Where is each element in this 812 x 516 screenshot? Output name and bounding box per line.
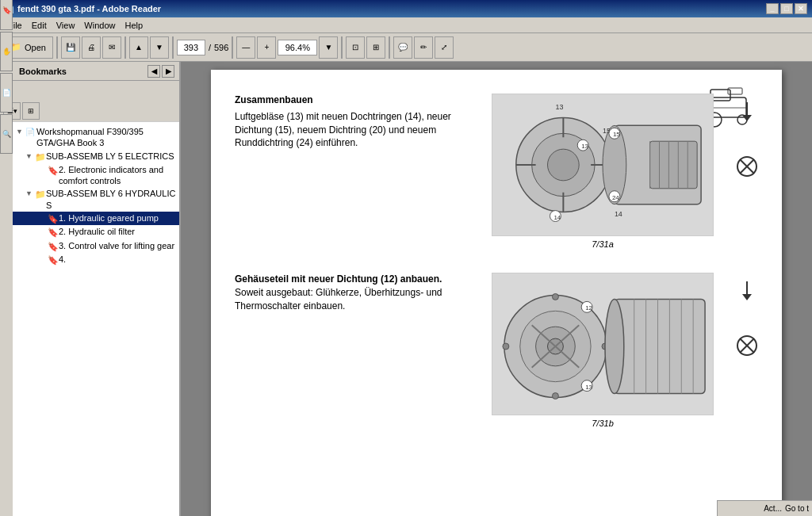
page-icon-2elec: 🔖 [48,165,59,176]
svg-text:15: 15 [613,131,620,138]
maximize-button[interactable]: □ [780,3,793,14]
svg-text:14: 14 [553,214,561,221]
tree-label-1hydr: 1. Hydraulic geared pump [59,212,176,224]
toolbar: 📁 Open 💾 🖨 ✉ ▲ ▼ / 596 — + ▼ ⊡ ⊞ 💬 ✏ ⤢ [0,33,812,62]
bookmark-toolbar: ☰▾ ⊞ [0,100,179,122]
tree-item-sub5[interactable]: ▼ 📁 SUB-ASSEMB LY 5 ELECTRICS [13,150,179,163]
comment-button[interactable]: 💬 [393,36,412,59]
fit-width-button[interactable]: ⊞ [366,36,385,59]
bookmark-expand-all[interactable]: ⊞ [22,102,40,120]
tree-item-4[interactable]: 🔖 4. [13,253,179,266]
svg-text:24: 24 [612,194,619,201]
svg-point-45 [503,343,509,350]
side-tool-hand[interactable]: ✋ [0,32,13,71]
cross-circle-icon-2 [736,334,758,357]
side-tool-pages[interactable]: 📄 [0,73,13,113]
caption-1: 7/31a [592,239,614,249]
doc-icon-root: 📄 [25,127,36,137]
tree-item-root[interactable]: ▼ 📄 Workshopmanual F390/395 GTA/GHA Book… [13,125,179,150]
down-arrow-icon-2 [736,281,758,303]
title-bar: 📄 fendt 390 gta 3.pdf - Adobe Reader _ □… [0,0,812,17]
image-block-2: 12 13 7/31b [492,273,714,428]
text-block-1: Zusammenbauen Luftgebläse (13) mit neuen… [235,94,476,150]
tree-label-2elec: 2. Electronic indicators and comfort con… [59,164,176,187]
back-button[interactable]: ▲ [129,36,148,59]
main-area: 🔖 ✋ 📄 🔍 Bookmarks ◀ ▶ ☰▾ ⊞ ▼ 📄 Workshopm… [0,62,812,516]
tree-item-2hydr[interactable]: 🔖 2. Hydraulic oil filter [13,225,179,239]
open-label: Open [25,43,46,52]
close-button[interactable]: ✕ [795,3,807,14]
page-icon-4: 🔖 [48,254,59,266]
svg-text:14: 14 [615,210,622,218]
tree-item-1hydr[interactable]: 🔖 1. Hydraulic geared pump [13,212,179,225]
collapse-panel-button[interactable]: ◀ [147,65,160,78]
image-block-1: 13 15 14 13 15 14 2 [492,94,714,249]
panel-title: Bookmarks [19,67,67,76]
page-content: Zusammenbauen Luftgebläse (13) mit neuen… [235,94,758,428]
menu-edit[interactable]: Edit [27,19,52,32]
toggle-sub6[interactable]: ▼ [25,189,35,199]
side-tool-search[interactable]: 🔍 [0,114,13,154]
toggle-root[interactable]: ▼ [16,128,25,137]
section2-body: Gehäuseteil mit neuer Dichtung (12) anba… [235,273,476,312]
page-icon-3ctrl: 🔖 [48,241,59,252]
sep5 [341,36,343,59]
email-button[interactable]: ✉ [102,36,121,59]
tree-item-3ctrl[interactable]: 🔖 3. Control valve for lifting gear [13,239,179,253]
sep4 [232,36,233,59]
menu-help[interactable]: Help [120,19,147,32]
svg-text:12: 12 [585,304,592,312]
svg-rect-16 [650,141,698,189]
diagram-7-31b: 12 13 [492,273,714,415]
page-separator: / [207,43,213,52]
side-tool-bookmark[interactable]: 🔖 [0,0,13,30]
page-number-input[interactable] [177,40,205,55]
zoom-out-button[interactable]: — [236,36,255,59]
print-button[interactable]: 🖨 [82,36,101,59]
save-button[interactable]: 💾 [61,36,80,59]
page-icon-1hydr: 🔖 [48,213,59,224]
tree-label-root: Workshopmanual F390/395 GTA/GHA Book 3 [36,126,176,149]
zoom-dropdown-button[interactable]: ▼ [319,36,338,59]
tree-label-2hydr: 2. Hydraulic oil filter [59,226,176,237]
svg-text:13: 13 [581,143,588,150]
diagram-svg-1: 13 15 14 13 15 14 2 [492,94,713,236]
left-panel: 🔖 ✋ 📄 🔍 Bookmarks ◀ ▶ ☰▾ ⊞ ▼ 📄 Workshopm… [0,62,181,516]
diagram-svg-2: 12 13 [492,273,713,415]
tree-item-sub6[interactable]: ▼ 📁 SUB-ASSEM BLY 6 HYDRAULIC S [13,187,179,212]
markup-button[interactable]: ✏ [414,36,433,59]
tree-label-sub6: SUB-ASSEM BLY 6 HYDRAULIC S [46,188,176,211]
minimize-button[interactable]: _ [766,3,779,14]
zoom-input[interactable] [278,40,317,55]
svg-text:13: 13 [555,104,563,112]
goto-label: Go to t [785,504,809,513]
page-icon-2hydr: 🔖 [48,227,59,238]
section1-body: Luftgebläse (13) mit neuen Dochtringen (… [235,110,476,150]
folder-icon-sub5: 📁 [35,151,46,162]
cross-circle-icon-1 [736,155,758,178]
text-block-2: Gehäuseteil mit neuer Dichtung (12) anba… [235,273,476,312]
caption-2: 7/31b [592,419,614,428]
section-2: Gehäuseteil mit neuer Dichtung (12) anba… [235,273,758,428]
expand-button[interactable]: ⤢ [435,36,454,59]
panel-header-buttons: ◀ ▶ [147,65,174,78]
status-label: Act... [764,504,782,513]
side-tools: 🔖 ✋ 📄 🔍 [0,0,13,155]
fit-page-button[interactable]: ⊡ [346,36,365,59]
svg-marker-62 [742,294,752,300]
section-1: Zusammenbauen Luftgebläse (13) mit neuen… [235,94,758,249]
svg-point-44 [552,392,558,399]
menu-bar: File Edit View Window Help [0,17,812,33]
toggle-sub5[interactable]: ▼ [25,152,35,162]
sep2 [124,36,126,59]
forward-button[interactable]: ▼ [150,36,169,59]
menu-window[interactable]: Window [79,19,120,32]
menu-view[interactable]: View [52,19,80,32]
sep6 [389,36,390,59]
bookmark-tree[interactable]: ▼ 📄 Workshopmanual F390/395 GTA/GHA Book… [13,122,179,516]
pdf-page: Zusammenbauen Luftgebläse (13) mit neuen… [211,70,782,516]
expand-panel-button[interactable]: ▶ [162,65,174,78]
sep1 [56,36,58,59]
zoom-in-button[interactable]: + [257,36,276,59]
tree-item-2elec[interactable]: 🔖 2. Electronic indicators and comfort c… [13,163,179,188]
